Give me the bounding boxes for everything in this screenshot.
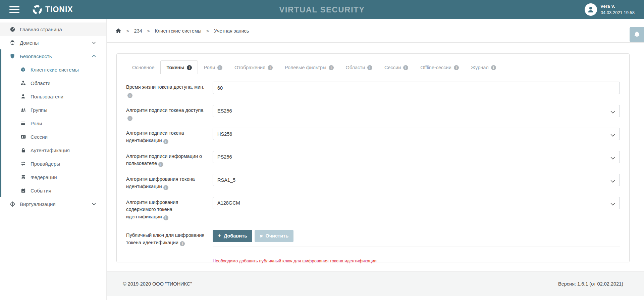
sidebar-item-virtualization[interactable]: Виртуализация — [0, 197, 106, 211]
breadcrumb: 234 Клиентские системы Учетная запись — [115, 28, 249, 34]
tionix-logo[interactable]: TIONIX — [32, 5, 73, 15]
sidebar-item-sessions[interactable]: Сессии — [1, 130, 106, 143]
user-info-sign-algorithm-select[interactable]: PS256 — [213, 151, 620, 163]
sidebar-item-label: Безопасность — [20, 53, 52, 59]
chevron-down-icon — [92, 40, 96, 45]
calendar-check-icon — [20, 187, 26, 194]
user-icon — [20, 93, 26, 99]
tab-mappings[interactable]: Отображения — [228, 60, 279, 74]
notifications-button[interactable] — [630, 27, 644, 42]
x-icon — [260, 233, 263, 239]
field-label: Алгоритм подписи токена идентификации — [126, 128, 207, 144]
sidebar-item-federations[interactable]: Федерации — [1, 170, 106, 184]
tab-roles[interactable]: Роли — [198, 60, 228, 74]
sidebar-item-authentication[interactable]: Аутентификация — [1, 143, 106, 157]
sidebar-item-label: Группы — [31, 107, 47, 113]
field-label: Алгоритм подписи токена доступа — [126, 105, 207, 122]
tab-offline-sessions[interactable]: Offline-сессии — [414, 60, 465, 74]
content-area: Основное Токены Роли Отображения Ролевые… — [107, 43, 644, 271]
info-icon — [127, 116, 132, 121]
sidebar-item-label: Виртуализация — [20, 201, 56, 207]
chevron-down-icon — [610, 132, 615, 135]
sidebar-item-regions[interactable]: Области — [1, 76, 106, 90]
users-icon — [20, 107, 26, 113]
chevron-down-icon — [610, 156, 615, 159]
sidebar-item-label: Клиентские системы — [31, 67, 79, 73]
id-token-sign-algorithm-select[interactable]: HS256 — [213, 128, 620, 140]
access-token-lifetime-input[interactable] — [213, 82, 620, 94]
bottom-strip — [107, 296, 644, 300]
chevron-down-icon — [92, 202, 96, 206]
avatar — [585, 3, 597, 16]
info-icon — [217, 65, 222, 70]
tab-tokens[interactable]: Токены — [160, 60, 198, 74]
breadcrumb-item-account: Учетная запись — [214, 28, 249, 34]
info-icon — [127, 93, 132, 98]
tab-bar: Основное Токены Роли Отображения Ролевые… — [126, 60, 620, 74]
sidebar-item-label: Роли — [31, 121, 42, 126]
shield-icon — [9, 53, 15, 59]
footer-copyright: © 2019-2020 ООО "ТИОНИКС" — [123, 281, 192, 287]
breadcrumb-item-domain[interactable]: 234 — [134, 28, 142, 34]
sidebar-section-security: Безопасность Клиентские системы Области … — [0, 49, 106, 197]
field-label: Время жизни токена доступа, мин. — [126, 82, 207, 98]
sidebar-item-label: Федерации — [31, 174, 57, 180]
breadcrumb-item-client-systems[interactable]: Клиентские системы — [155, 28, 201, 34]
user-datetime: 04.03.2021 19:58 — [601, 10, 635, 16]
account-form-card: Основное Токены Роли Отображения Ролевые… — [116, 53, 630, 262]
logo-text: TIONIX — [45, 5, 73, 14]
id-token-content-encryption-algorithm-select[interactable]: A128GCM — [213, 197, 620, 209]
sidebar-item-providers[interactable]: Провайдеры — [1, 157, 106, 170]
sidebar-item-label: Главная страница — [20, 27, 62, 32]
sidebar-item-groups[interactable]: Группы — [1, 103, 106, 117]
breadcrumb-separator-icon — [147, 28, 150, 34]
page-title: VIRTUAL SECURITY — [279, 5, 365, 14]
info-icon — [158, 162, 163, 167]
sidebar-item-label: Пользователи — [31, 94, 63, 99]
add-public-key-button[interactable]: Добавить — [213, 230, 252, 242]
home-icon[interactable] — [115, 28, 121, 34]
sidebar: Главная страница Домены Безопасность Кли… — [0, 19, 107, 300]
tab-general[interactable]: Основное — [126, 60, 160, 74]
user-menu[interactable]: vera V. 04.03.2021 19:58 — [585, 3, 635, 16]
info-icon — [180, 241, 185, 246]
clear-public-key-button[interactable]: Очистить — [255, 230, 293, 242]
cluster-icon — [20, 80, 26, 86]
info-icon — [163, 215, 168, 220]
virtualization-icon — [9, 201, 15, 207]
info-icon — [187, 65, 192, 70]
public-key-list-empty — [213, 247, 620, 255]
id-token-encryption-algorithm-select[interactable]: RSA1_5 — [213, 174, 620, 186]
sidebar-item-domains[interactable]: Домены — [0, 36, 106, 49]
tab-sessions[interactable]: Сессии — [378, 60, 414, 74]
tab-regions[interactable]: Области — [340, 60, 378, 74]
sidebar-item-home[interactable]: Главная страница — [0, 23, 106, 36]
info-icon — [454, 65, 459, 70]
sidebar-item-users[interactable]: Пользователи — [1, 90, 106, 103]
chevron-down-icon — [610, 202, 615, 205]
cube-icon — [20, 67, 26, 73]
tab-role-filters[interactable]: Ролевые фильтры — [279, 60, 340, 74]
hamburger-menu-icon[interactable] — [9, 6, 19, 13]
sidebar-item-security[interactable]: Безопасность — [1, 49, 106, 63]
lock-icon — [20, 147, 26, 153]
sidebar-item-events[interactable]: События — [1, 184, 106, 197]
breadcrumb-separator-icon — [206, 28, 209, 34]
footer-version: Версия: 1.6.1 (от 02.02.2021) — [558, 281, 623, 287]
bell-icon — [633, 31, 641, 38]
public-key-error-message: Необходимо добавить публичный ключ для ш… — [213, 258, 620, 263]
exchange-icon — [20, 161, 26, 167]
access-token-sign-algorithm-select[interactable]: ES256 — [213, 105, 620, 117]
field-label: Алгоритм подписи информации о пользовате… — [126, 151, 207, 168]
sidebar-item-roles[interactable]: Роли — [1, 117, 106, 130]
tab-journal[interactable]: Журнал — [465, 60, 502, 74]
sidebar-item-label: Провайдеры — [31, 161, 60, 167]
info-icon — [163, 185, 168, 190]
list-bars-icon — [20, 120, 26, 126]
tokens-form: Время жизни токена доступа, мин. Алгорит… — [126, 82, 620, 289]
info-icon — [491, 65, 496, 70]
sidebar-item-client-systems[interactable]: Клиентские системы — [1, 63, 106, 76]
field-label: Алгоритм шифрования токена идентификации — [126, 174, 207, 190]
info-icon — [367, 65, 372, 70]
sidebar-item-label: Области — [31, 80, 50, 86]
